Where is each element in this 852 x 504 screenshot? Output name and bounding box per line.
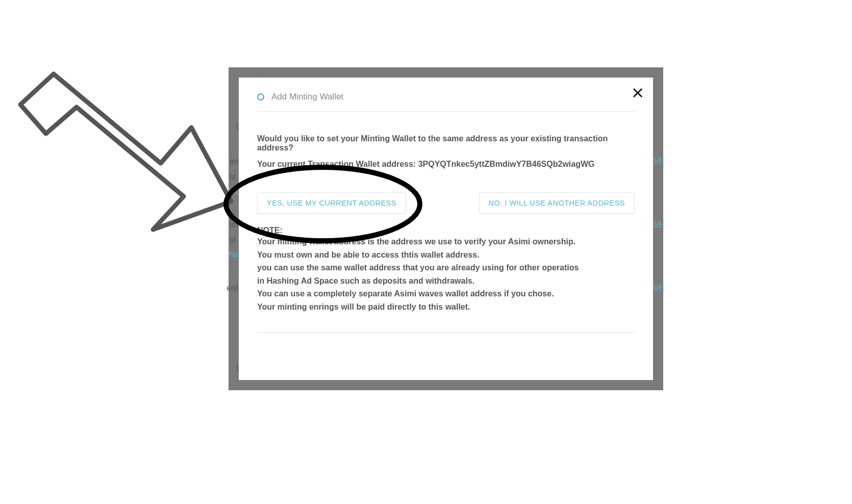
bg-fragment: st bbox=[230, 172, 236, 182]
modal-header: Add Minting Wallet bbox=[257, 92, 635, 112]
note-line: you can use the same wallet address that… bbox=[257, 261, 635, 274]
modal-question: Would you like to set your Minting Walle… bbox=[257, 134, 635, 153]
svg-marker-2 bbox=[20, 74, 231, 230]
bg-fragment: ha bbox=[229, 250, 238, 259]
bg-fragment: erif bbox=[227, 284, 238, 293]
bg-fragment: im bbox=[230, 220, 238, 230]
note-line: in Hashing Ad Space such as deposits and… bbox=[257, 274, 635, 288]
current-address-label: Your current Transaction Wallet address: bbox=[257, 160, 416, 168]
radio-indicator-icon bbox=[257, 93, 264, 100]
close-icon bbox=[632, 87, 643, 98]
note-line: Your minting wallet address is the addre… bbox=[257, 235, 635, 248]
bg-fragment: im bbox=[230, 157, 238, 166]
modal-footer-rule bbox=[257, 332, 635, 333]
no-use-another-address-button[interactable]: NO, I WILL USE ANOTHER ADDRESS bbox=[479, 192, 635, 214]
current-address-line: Your current Transaction Wallet address:… bbox=[257, 160, 635, 169]
bg-fragment: VE bbox=[654, 284, 664, 293]
close-button[interactable] bbox=[627, 82, 649, 104]
arrow-icon bbox=[20, 74, 231, 230]
yes-use-current-address-button[interactable]: YES, USE MY CURRENT ADDRESS bbox=[257, 192, 406, 214]
note-line: Your minting enrings will be paid direct… bbox=[257, 300, 635, 314]
modal-title: Add Minting Wallet bbox=[271, 92, 343, 102]
note-heading: NOTE: bbox=[257, 226, 635, 235]
add-minting-wallet-modal: Add Minting Wallet Would you like to set… bbox=[239, 78, 653, 380]
note-line: You can use a completely separate Asimi … bbox=[257, 287, 635, 300]
bg-fragment: st bbox=[230, 236, 236, 245]
button-row: YES, USE MY CURRENT ADDRESS NO, I WILL U… bbox=[257, 192, 635, 214]
bg-fragment: ha bbox=[229, 187, 238, 196]
current-address-value: 3PQYQTnkec5yttZBmdiwY7B46SQb2wiagWG bbox=[418, 160, 595, 168]
note-line: You must own and be able to access thtis… bbox=[257, 248, 635, 262]
